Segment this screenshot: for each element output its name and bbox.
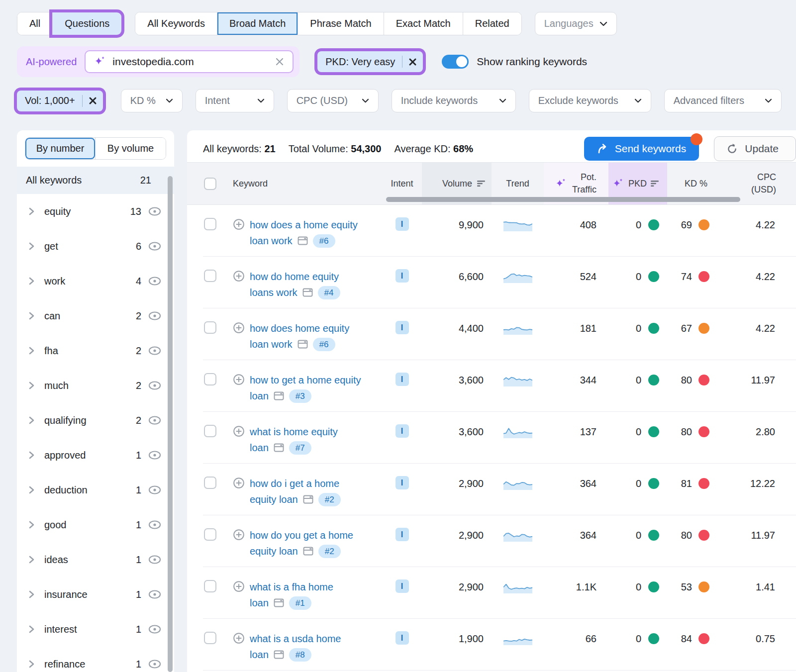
advanced-filters-dropdown[interactable]: Advanced filters [664,89,782,112]
add-keyword-button[interactable] [233,374,245,385]
languages-dropdown[interactable]: Languages [535,12,617,35]
column-header-kd[interactable]: KD % [667,179,718,189]
keyword-link-line2[interactable]: loans work [250,285,298,300]
column-header-intent[interactable]: Intent [382,179,422,189]
add-keyword-button[interactable] [233,580,245,592]
remove-volume-filter-icon[interactable] [88,96,103,105]
position-badge[interactable]: #2 [318,545,341,558]
add-keyword-button[interactable] [233,270,245,282]
sidebar-group-item[interactable]: much 2 [17,368,174,403]
chevron-right-icon[interactable] [28,346,35,355]
serp-preview-icon[interactable] [274,650,284,660]
sidebar-all-keywords-row[interactable]: All keywords 21 [17,167,174,194]
position-badge[interactable]: #4 [318,286,340,299]
keyword-link-line2[interactable]: loan [250,647,269,663]
sidebar-group-item[interactable]: good 1 [17,507,174,542]
tab-by-volume[interactable]: By volume [95,138,166,159]
position-badge[interactable]: #3 [289,389,311,403]
sidebar-group-item[interactable]: equity 13 [17,194,174,229]
keyword-link-line2[interactable]: equity loan [250,491,298,507]
serp-preview-icon[interactable] [303,494,313,504]
keyword-link-line2[interactable]: loan work [250,233,293,249]
show-ranking-keywords-toggle[interactable] [442,55,469,69]
eye-icon[interactable] [148,451,161,460]
eye-icon[interactable] [148,277,161,286]
tab-all-keywords[interactable]: All Keywords [135,12,217,35]
position-badge[interactable]: #6 [313,234,335,248]
eye-icon[interactable] [148,381,161,390]
sidebar-group-item[interactable]: interest 1 [17,612,174,647]
keyword-link[interactable]: how do i get a home [250,478,339,489]
chevron-right-icon[interactable] [28,625,35,634]
chevron-right-icon[interactable] [28,555,35,564]
keyword-link-line2[interactable]: loan [250,440,269,456]
eye-icon[interactable] [148,346,161,355]
sidebar-group-item[interactable]: refinance 1 [17,647,174,672]
sidebar-group-item[interactable]: insurance 1 [17,577,174,612]
intent-filter-dropdown[interactable]: Intent [196,89,274,112]
intent-badge[interactable]: I [396,424,409,438]
add-keyword-button[interactable] [233,322,245,334]
keyword-link[interactable]: how do home equity [250,271,339,282]
row-checkbox[interactable] [204,632,216,644]
position-badge[interactable]: #6 [313,338,335,351]
chevron-right-icon[interactable] [28,207,35,216]
eye-icon[interactable] [148,590,161,599]
position-badge[interactable]: #2 [318,493,341,506]
sort-icon[interactable] [651,180,659,187]
sidebar-scrollbar[interactable] [168,176,173,672]
eye-icon[interactable] [148,242,161,251]
row-checkbox[interactable] [204,477,216,489]
tab-broad-match[interactable]: Broad Match [217,12,298,35]
chevron-right-icon[interactable] [28,242,35,251]
row-checkbox[interactable] [204,425,216,437]
chevron-right-icon[interactable] [28,590,35,599]
chevron-right-icon[interactable] [28,485,35,494]
intent-badge[interactable]: I [396,321,409,334]
remove-pkd-filter-icon[interactable] [407,58,423,66]
tab-related[interactable]: Related [463,12,521,35]
sidebar-group-item[interactable]: fha 2 [17,333,174,368]
intent-badge[interactable]: I [396,476,409,489]
chevron-right-icon[interactable] [28,381,35,390]
keyword-link[interactable]: how does a home equity [250,219,358,230]
keyword-link[interactable]: how do you get a home [250,530,353,541]
add-keyword-button[interactable] [233,529,245,541]
tab-all[interactable]: All [17,12,52,35]
eye-icon[interactable] [148,625,161,634]
include-keywords-dropdown[interactable]: Include keywords [392,89,516,112]
sidebar-group-item[interactable]: deduction 1 [17,473,174,507]
position-badge[interactable]: #1 [289,596,311,610]
sidebar-group-item[interactable]: approved 1 [17,438,174,473]
add-keyword-button[interactable] [233,218,245,230]
tab-by-number[interactable]: By number [25,138,95,159]
chevron-right-icon[interactable] [28,277,35,286]
eye-icon[interactable] [148,207,161,216]
serp-preview-icon[interactable] [274,443,284,453]
cpc-filter-dropdown[interactable]: CPC (USD) [287,89,379,112]
chevron-right-icon[interactable] [28,416,35,425]
chevron-right-icon[interactable] [28,451,35,460]
clear-search-icon[interactable] [275,57,285,67]
eye-icon[interactable] [148,520,161,529]
eye-icon[interactable] [148,416,161,425]
eye-icon[interactable] [148,555,161,564]
sidebar-group-item[interactable]: work 4 [17,264,174,298]
row-checkbox[interactable] [204,373,216,385]
position-badge[interactable]: #8 [289,648,311,662]
tab-exact-match[interactable]: Exact Match [384,12,463,35]
chevron-right-icon[interactable] [28,520,35,529]
tab-phrase-match[interactable]: Phrase Match [298,12,383,35]
intent-badge[interactable]: I [396,631,409,645]
eye-icon[interactable] [148,311,161,320]
chevron-right-icon[interactable] [28,660,35,669]
column-header-cpc[interactable]: CPC(USD) [718,171,796,196]
send-keywords-button[interactable]: Send keywords [584,137,699,161]
sidebar-group-item[interactable]: can 2 [17,298,174,333]
serp-preview-icon[interactable] [274,598,284,608]
sidebar-group-item[interactable]: ideas 1 [17,542,174,577]
keyword-link[interactable]: what is a fha home [250,581,333,592]
intent-badge[interactable]: I [396,373,409,386]
serp-preview-icon[interactable] [274,391,284,401]
select-all-checkbox[interactable] [204,178,216,190]
